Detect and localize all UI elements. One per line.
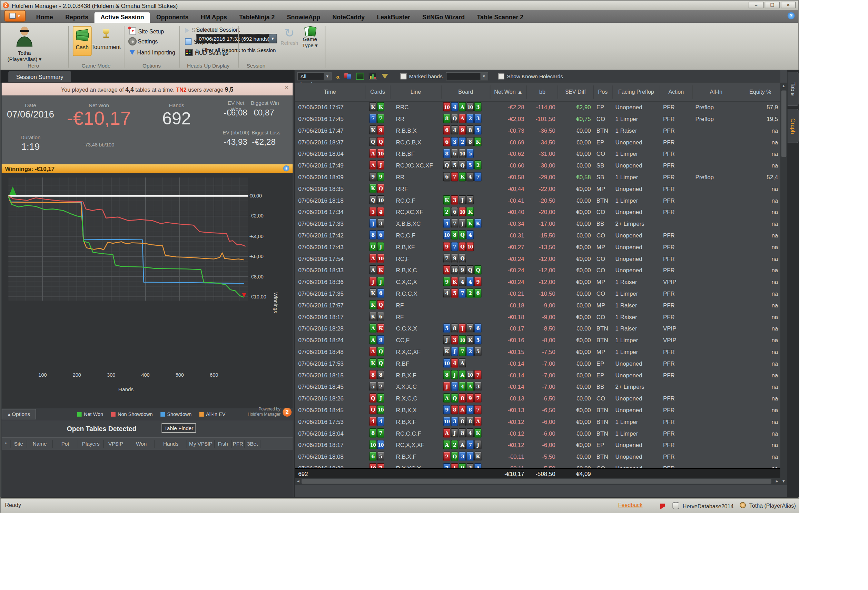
- open-tables-col-fish[interactable]: Fish: [215, 440, 232, 448]
- close-button[interactable]: ✕: [781, 2, 796, 8]
- grid-view-icon[interactable]: [356, 73, 364, 80]
- game-type-button[interactable]: GameType ▾: [301, 26, 319, 48]
- table-row[interactable]: 07/06/2016 18:20107R,X,XC,X7J92A-€0,11-5…: [295, 462, 780, 468]
- col-net-won-[interactable]: Net Won ▲: [490, 85, 527, 99]
- table-row[interactable]: 07/06/2016 18:35KQRRF-€0,44-22,00€0,00MP…: [295, 182, 780, 194]
- tab-opponents[interactable]: Opponents: [150, 12, 195, 23]
- col-bb[interactable]: bb: [527, 85, 558, 99]
- table-row[interactable]: 07/06/2016 18:0865R,B,X,F2Q3JK-€0,11-5,5…: [295, 450, 780, 462]
- chart-view-icon[interactable]: [368, 73, 377, 80]
- filter-icon[interactable]: [381, 74, 388, 79]
- feedback-link[interactable]: Feedback: [618, 502, 643, 508]
- open-tables-col-pot[interactable]: Pot: [53, 440, 78, 448]
- table-row[interactable]: 07/06/2016 17:35K6R,C,C,X45726-€0,21-10,…: [295, 287, 780, 299]
- tab-tableninja-2[interactable]: TableNinja 2: [233, 12, 281, 23]
- open-tables-col-pfr[interactable]: PFR: [232, 440, 245, 448]
- scroll-right-icon[interactable]: ►: [774, 478, 780, 485]
- col-all-in[interactable]: All-In: [692, 85, 740, 99]
- col-cards[interactable]: Cards: [365, 85, 390, 99]
- tab-home[interactable]: Home: [30, 12, 59, 23]
- scroll-up-icon[interactable]: ▲: [780, 83, 787, 89]
- tab-table-scanner-2[interactable]: Table Scanner 2: [471, 12, 530, 23]
- table-row[interactable]: 07/06/2016 18:28AKC,C,X,X58J76-€0,17-8,5…: [295, 322, 780, 334]
- tab-table[interactable]: Table: [788, 72, 799, 106]
- refresh-button[interactable]: ↻ Refresh: [280, 26, 298, 46]
- session-select[interactable]: 07/06/2016 17:32 (692 hands)▼: [196, 34, 277, 43]
- maximize-button[interactable]: ❐: [765, 2, 780, 8]
- marked-hands-select[interactable]: ▼: [446, 72, 488, 80]
- table-row[interactable]: 07/06/2016 18:33AKR,B,X,CA109QQ-€0,24-12…: [295, 264, 780, 276]
- table-row[interactable]: 07/06/2016 18:18Q10RC,C,FK3J3-€0,41-20,5…: [295, 194, 780, 206]
- vertical-scrollbar[interactable]: ▲ ▼: [780, 83, 787, 485]
- winnings-bar[interactable]: Winnings: -€10,17 i: [2, 164, 292, 173]
- col-board[interactable]: Board: [441, 85, 490, 99]
- replay-hand-icon[interactable]: [344, 73, 351, 79]
- open-tables-col-name[interactable]: Name: [27, 440, 53, 448]
- chevron-down-icon[interactable]: ▼: [480, 73, 487, 80]
- scroll-left-icon[interactable]: ◄: [295, 478, 301, 485]
- table-row[interactable]: 07/06/2016 17:33J3X,B,B,XC47JKK-€0,34-17…: [295, 218, 780, 229]
- table-row[interactable]: 07/06/2016 17:57KQRF-€0,18-9,00€0,00MP1 …: [295, 299, 780, 311]
- table-row[interactable]: 07/06/2016 17:47K9R,B,B,X64985-€0,73-36,…: [295, 124, 780, 136]
- tab-hm-apps[interactable]: HM Apps: [195, 12, 233, 23]
- filter-session-button[interactable]: ▶ Filter all Reports to this Session: [196, 47, 276, 53]
- open-tables-col-hands[interactable]: Hands: [155, 440, 187, 448]
- table-row[interactable]: 07/06/2016 17:5344R,B,X,F10388A-€0,12-6,…: [295, 416, 780, 427]
- tab-active-session[interactable]: Active Session: [94, 12, 150, 23]
- open-tables-col-3bet[interactable]: 3Bet: [245, 440, 260, 448]
- chevron-down-icon[interactable]: ▼: [323, 73, 331, 80]
- col-action[interactable]: Action: [660, 85, 692, 99]
- tab-snowieapp[interactable]: SnowieApp: [281, 12, 326, 23]
- scrollbar-thumb[interactable]: [781, 90, 786, 157]
- table-row[interactable]: 07/06/2016 18:0487RC,C,C,FAJ84K-€0,12-6,…: [295, 427, 780, 439]
- table-row[interactable]: 07/06/2016 18:37QQRC,C,B,X6328K-€0,69-34…: [295, 136, 780, 147]
- table-row[interactable]: 07/06/2016 17:3454RC,XC,XF2610K-€0,40-20…: [295, 206, 780, 218]
- table-row[interactable]: 07/06/2016 17:4577RR8QA23-€2,03-101,50€0…: [295, 113, 780, 124]
- marked-hands-checkbox[interactable]: [400, 73, 406, 79]
- show-known-holecards-checkbox[interactable]: [498, 73, 504, 79]
- close-icon[interactable]: ✕: [285, 85, 289, 90]
- table-row[interactable]: 07/06/2016 18:17K6RF-€0,18-9,00€0,00CO1 …: [295, 310, 780, 322]
- tab-session-summary[interactable]: Session Summary: [8, 71, 71, 82]
- open-tables-col-myvpip[interactable]: My VP$IP: [187, 440, 215, 448]
- col-pos[interactable]: Pos: [593, 85, 612, 99]
- open-tables-col-[interactable]: *: [2, 440, 11, 448]
- all-hands-select[interactable]: All hands▼: [297, 72, 332, 80]
- col-line[interactable]: Line: [390, 85, 441, 99]
- tab-graph[interactable]: Graph: [788, 109, 799, 143]
- table-row[interactable]: 07/06/2016 18:45Q10R,B,X,X98A87-€0,13-6,…: [295, 404, 780, 416]
- table-row[interactable]: 07/06/2016 18:1588R,B,X,F8JA107-€0,14-7,…: [295, 369, 780, 381]
- scroll-down-icon[interactable]: ▼: [780, 478, 787, 485]
- table-row[interactable]: 07/06/2016 17:54A10RC,F79Q-€0,24-12,00€0…: [295, 252, 780, 264]
- col-facing-preflop[interactable]: Facing Preflop: [612, 85, 660, 99]
- table-row[interactable]: 07/06/2016 18:48AQR,X,C,XFKJ725-€0,15-7,…: [295, 346, 780, 358]
- table-row[interactable]: 07/06/2016 18:171010RC,X,X,XFA2A7J-€0,12…: [295, 439, 780, 450]
- info-icon[interactable]: i: [283, 165, 289, 172]
- minimize-button[interactable]: –: [748, 2, 763, 8]
- col-equity-[interactable]: Equity %: [740, 85, 780, 99]
- tab-reports[interactable]: Reports: [59, 12, 94, 23]
- table-row[interactable]: 07/06/2016 17:53KQR,BF104A-€0,14-7,00€0,…: [295, 358, 780, 369]
- tab-leakbuster[interactable]: LeakBuster: [371, 12, 416, 23]
- tab-sitngo-wizard[interactable]: SitNGo Wizard: [416, 12, 471, 23]
- table-finder-button[interactable]: Table Finder: [161, 423, 196, 433]
- table-row[interactable]: 07/06/2016 17:49AJRC,XC,XC,XFQ5Q52-€0,60…: [295, 159, 780, 171]
- open-tables-col-won[interactable]: Won: [128, 440, 155, 448]
- flag-icon[interactable]: [660, 504, 664, 509]
- table-row[interactable]: 07/06/2016 18:26QJR,X,C,CAQ897-€0,13-6,5…: [295, 392, 780, 404]
- open-tables-col-site[interactable]: Site: [11, 440, 27, 448]
- scrollbar-thumb[interactable]: [301, 479, 771, 484]
- table-row[interactable]: 07/06/2016 17:57KKRRC104A103-€2,28-114,0…: [295, 101, 780, 113]
- help-icon[interactable]: ?: [788, 12, 795, 19]
- table-row[interactable]: 07/06/2016 18:4552X,X,X,CJ24A3-€0,14-7,0…: [295, 381, 780, 392]
- options-button[interactable]: ▴ Options: [2, 409, 36, 419]
- col-time[interactable]: Time: [295, 85, 365, 99]
- table-row[interactable]: 07/06/2016 17:43QJR,B,XF97Q10-€0,27-13,5…: [295, 241, 780, 253]
- back-icon[interactable]: «: [336, 72, 340, 80]
- table-row[interactable]: 07/06/2016 18:04A10R,B,BF86105-€0,62-31,…: [295, 147, 780, 159]
- app-menu-button[interactable]: ▼: [4, 10, 25, 22]
- tab-notecaddy[interactable]: NoteCaddy: [326, 12, 371, 23]
- col--ev-diff[interactable]: $EV Diff: [558, 85, 593, 99]
- open-tables-col-players[interactable]: Players: [78, 440, 104, 448]
- table-row[interactable]: 07/06/2016 17:4286RC,C,F108Q4-€0,31-15,5…: [295, 229, 780, 241]
